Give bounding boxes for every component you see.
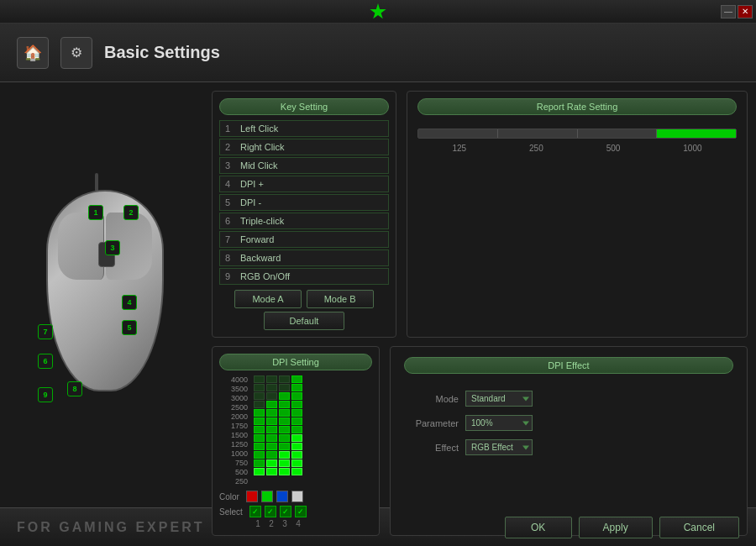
dpi-cell-4-3500[interactable] [291,384,302,391]
dpi-label-750: 750 [219,459,248,467]
key-item-8[interactable]: 8Backward [219,249,389,266]
dpi-cell-1-2500[interactable] [254,401,265,408]
close-button[interactable]: ✕ [738,5,753,18]
dpi-cell-3-1750[interactable] [279,417,290,425]
rr-label-250: 250 [529,144,543,153]
dpi-cell-4-500[interactable] [291,459,302,467]
dpi-cell-3-1500[interactable] [279,426,290,433]
report-rate-slider[interactable] [417,129,737,139]
key-item-6[interactable]: 6Triple-click [219,213,389,229]
key-item-1[interactable]: 1Left Click [219,120,389,137]
dpi-cell-3-4000[interactable] [279,375,290,383]
dpi-cell-1-1750[interactable] [254,417,265,425]
color-swatch-red[interactable] [246,491,258,502]
effect-select[interactable]: RGB Effect Static Breathing Off [465,439,533,455]
param-select[interactable]: 100% 75% 50% 25% [465,415,533,431]
key-item-3[interactable]: 3Mid Click [219,157,389,174]
dpi-cell-4-2000[interactable] [291,409,302,417]
rr-label-125: 125 [452,144,466,153]
dpi-cell-4-250[interactable] [291,468,302,475]
dpi-cell-2-750[interactable] [266,451,277,459]
mode-select[interactable]: Standard Custom [465,391,533,407]
dpi-cell-4-750[interactable] [291,451,302,459]
dpi-cell-2-1750[interactable] [266,417,277,425]
dpi-cell-4-2500[interactable] [291,401,302,408]
key-item-9[interactable]: 9RGB On/Off [219,268,389,285]
select-check-4[interactable]: ✓ [295,506,307,517]
col-num-3: 3 [280,519,290,528]
dpi-cell-2-3500[interactable] [266,384,277,391]
footer-buttons: OK Apply Cancel [505,517,739,538]
dpi-cell-1-3500[interactable] [254,384,265,391]
select-check-1[interactable]: ✓ [249,506,261,517]
key-item-4[interactable]: 4DPI + [219,176,389,192]
dpi-cell-2-3000[interactable] [266,392,277,400]
rr-label-1000: 1000 [683,144,701,153]
dpi-cell-4-3000[interactable] [291,392,302,400]
dpi-cell-4-1500[interactable] [291,426,302,433]
select-check-3[interactable]: ✓ [280,506,291,517]
dpi-cell-2-2000[interactable] [266,409,277,417]
dpi-cell-2-500[interactable] [266,459,277,467]
dpi-cell-2-2500[interactable] [266,401,277,408]
select-check-2[interactable]: ✓ [265,506,276,517]
dpi-cell-2-1250[interactable] [266,434,277,442]
dpi-cell-3-2000[interactable] [279,409,290,417]
dpi-cell-2-250[interactable] [266,468,277,475]
report-rate-labels: 125 250 500 1000 [417,144,737,153]
dpi-cell-3-500[interactable] [279,459,290,467]
key-item-7[interactable]: 7Forward [219,231,389,248]
key-item-2[interactable]: 2Right Click [219,139,389,155]
mode-b-button[interactable]: Mode B [307,290,374,308]
dpi-col-1 [254,375,265,486]
dpi-cell-3-3500[interactable] [279,384,290,391]
color-swatch-green[interactable] [261,491,273,502]
dpi-cell-4-1750[interactable] [291,417,302,425]
dpi-cell-1-2000[interactable] [254,409,265,417]
color-swatch-white[interactable] [291,491,303,502]
mouse-label-9: 9 [38,387,53,402]
dpi-cell-3-750[interactable] [279,451,290,459]
dpi-cell-3-3000[interactable] [279,392,290,400]
dpi-cell-3-1250[interactable] [279,434,290,442]
dpi-cell-2-1000[interactable] [266,443,277,450]
dpi-cell-4-4000[interactable] [291,375,302,383]
apply-button[interactable]: Apply [579,517,653,538]
dpi-cell-4-1250[interactable] [291,434,302,442]
color-label: Color [219,492,239,501]
rr-seg-4[interactable] [657,129,736,138]
home-icon[interactable]: 🏠 [17,37,49,69]
rr-seg-2[interactable] [498,129,578,138]
dpi-select-row: Select ✓ ✓ ✓ ✓ [219,506,372,517]
minimize-button[interactable]: — [721,5,736,18]
dpi-cell-1-750[interactable] [254,451,265,459]
rr-seg-3[interactable] [578,129,658,138]
dpi-cell-1-3000[interactable] [254,392,265,400]
rr-seg-1[interactable] [418,129,498,138]
cancel-button[interactable]: Cancel [659,517,739,538]
dpi-cell-2-4000[interactable] [266,375,277,383]
dpi-cell-3-2500[interactable] [279,401,290,408]
report-rate-title: Report Rate Setting [417,98,737,115]
dpi-cell-3-1000[interactable] [279,443,290,450]
effect-controls: Mode Standard Custom Parameter [404,391,733,455]
dpi-cell-1-1250[interactable] [254,434,265,442]
dpi-label-4000: 4000 [219,375,248,384]
dpi-cell-4-1000[interactable] [291,443,302,450]
color-swatch-blue[interactable] [276,491,288,502]
dpi-cell-3-250[interactable] [279,468,290,475]
dpi-cell-1-500[interactable] [254,459,265,467]
dpi-cell-1-4000[interactable] [254,375,265,383]
dpi-cell-1-1000[interactable] [254,443,265,450]
dpi-col-4 [291,375,302,486]
ok-button[interactable]: OK [505,517,572,538]
dpi-cell-1-250[interactable] [254,468,265,475]
titlebar: — ✕ [0,0,756,24]
default-button[interactable]: Default [264,312,345,330]
dpi-labels: 4000 3500 3000 2500 2000 1750 1500 1250 … [219,375,250,486]
settings-icon[interactable]: ⚙ [60,37,92,69]
dpi-cell-2-1500[interactable] [266,426,277,433]
dpi-cell-1-1500[interactable] [254,426,265,433]
key-item-5[interactable]: 5DPI - [219,194,389,211]
mode-a-button[interactable]: Mode A [234,290,301,308]
